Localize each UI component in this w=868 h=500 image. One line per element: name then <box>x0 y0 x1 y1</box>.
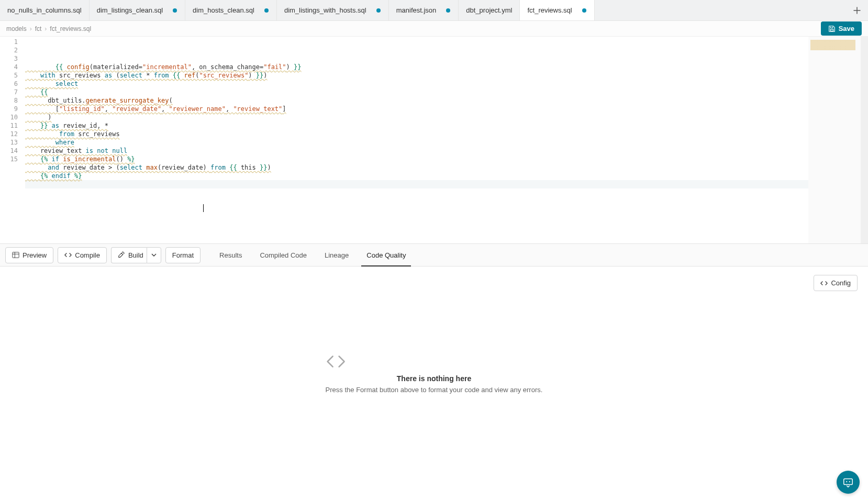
text-cursor <box>203 204 204 212</box>
tab-modified-icon[interactable] <box>376 8 381 13</box>
minimap[interactable] <box>808 37 861 243</box>
chat-icon <box>842 476 854 488</box>
svg-rect-1 <box>844 479 853 485</box>
tab-label: dim_hosts_clean.sql <box>193 6 254 14</box>
minimap-region <box>810 40 855 50</box>
tab-file[interactable]: dim_listings_clean.sql <box>90 0 185 20</box>
table-icon <box>12 251 19 259</box>
code-icon <box>820 280 828 287</box>
chevron-down-icon <box>151 252 157 258</box>
code-brackets-icon <box>326 354 543 369</box>
code-line[interactable]: review_text is not null <box>25 147 808 155</box>
svg-rect-0 <box>13 252 19 258</box>
code-line[interactable]: where <box>25 138 808 147</box>
hammer-icon <box>118 251 125 259</box>
code-line[interactable]: from src_reviews <box>25 130 808 138</box>
tab-file-active[interactable]: fct_reviews.sql <box>520 0 594 20</box>
tabs-bar: no_nulls_in_columns.sql dim_listings_cle… <box>0 0 868 21</box>
tab-lineage[interactable]: Lineage <box>322 244 351 266</box>
format-label: Format <box>172 251 194 259</box>
vertical-scrollbar[interactable] <box>861 37 868 243</box>
tab-label: manifest.json <box>396 6 437 14</box>
compile-button[interactable]: Compile <box>58 247 107 263</box>
new-tab-button[interactable] <box>846 0 868 20</box>
empty-subtitle: Press the Format button above to format … <box>326 386 543 394</box>
tab-modified-icon[interactable] <box>582 8 587 13</box>
breadcrumb-segment[interactable]: models <box>6 25 27 32</box>
save-label: Save <box>839 25 854 32</box>
chevron-right-icon: › <box>30 25 32 32</box>
preview-label: Preview <box>23 251 47 259</box>
code-line[interactable]: }} as review_id, * <box>25 121 808 130</box>
code-line[interactable]: ["listing_id", "review_date", "reviewer_… <box>25 105 808 113</box>
code-line[interactable]: {% endif %} <box>25 172 808 180</box>
tab-results[interactable]: Results <box>217 244 244 266</box>
svg-point-2 <box>846 481 847 482</box>
build-label: Build <box>128 251 143 259</box>
breadcrumb-row: models › fct › fct_reviews.sql Save <box>0 21 868 37</box>
tab-label: dbt_project.yml <box>466 6 512 14</box>
tab-label: fct_reviews.sql <box>527 6 572 14</box>
tab-label: dim_listings_clean.sql <box>97 6 163 14</box>
line-gutter: 1 2 3 4 5 6 7 8 9 10 11 12 13 14 15 <box>0 37 25 243</box>
code-line[interactable]: {{ <box>25 88 808 96</box>
code-line[interactable]: dbt_utils.generate_surrogate_key( <box>25 96 808 105</box>
tab-code-quality[interactable]: Code Quality <box>364 244 408 266</box>
code-line[interactable] <box>25 180 808 188</box>
chat-fab[interactable] <box>837 471 860 494</box>
action-toolbar: Preview Compile Build Format Results Com… <box>0 243 868 266</box>
code-line[interactable]: select <box>25 80 808 88</box>
empty-state: There is nothing here Press the Format b… <box>326 354 543 394</box>
tab-file[interactable]: dim_listings_with_hosts.sql <box>277 0 389 20</box>
tab-modified-icon[interactable] <box>264 8 269 13</box>
tab-compiled-code[interactable]: Compiled Code <box>258 244 309 266</box>
empty-title: There is nothing here <box>326 374 543 383</box>
tab-modified-icon[interactable] <box>446 8 451 13</box>
build-button[interactable]: Build <box>111 247 147 263</box>
chevron-right-icon: › <box>44 25 47 32</box>
code-line[interactable]: {{ config(materialized="incremental", on… <box>25 63 808 71</box>
result-tabs: Results Compiled Code Lineage Code Quali… <box>217 244 408 266</box>
code-editor[interactable]: 1 2 3 4 5 6 7 8 9 10 11 12 13 14 15 {{ c… <box>0 37 868 243</box>
config-label: Config <box>831 279 851 287</box>
results-panel: Config There is nothing here Press the F… <box>0 266 868 500</box>
code-area[interactable]: {{ config(materialized="incremental", on… <box>25 37 808 243</box>
save-icon <box>828 25 836 32</box>
config-button[interactable]: Config <box>814 275 858 291</box>
tab-label: dim_listings_with_hosts.sql <box>284 6 366 14</box>
tab-file[interactable]: no_nulls_in_columns.sql <box>0 0 90 20</box>
tab-file[interactable]: dbt_project.yml <box>459 0 520 20</box>
code-line[interactable]: ) <box>25 113 808 121</box>
breadcrumb-segment[interactable]: fct_reviews.sql <box>50 25 91 32</box>
code-line[interactable]: and review_date > (select max(review_dat… <box>25 163 808 172</box>
breadcrumb: models › fct › fct_reviews.sql <box>6 25 91 32</box>
preview-button[interactable]: Preview <box>5 247 53 263</box>
breadcrumb-segment[interactable]: fct <box>35 25 42 32</box>
tab-file[interactable]: manifest.json <box>389 0 459 20</box>
svg-point-3 <box>849 481 850 482</box>
code-line[interactable]: {% if is_incremental() %} <box>25 155 808 163</box>
code-icon <box>64 251 72 259</box>
tab-file[interactable]: dim_hosts_clean.sql <box>185 0 277 20</box>
code-line[interactable]: with src_reviews as (select * from {{ re… <box>25 71 808 80</box>
tab-modified-icon[interactable] <box>172 8 177 13</box>
format-button[interactable]: Format <box>165 247 201 263</box>
build-dropdown[interactable] <box>147 247 161 263</box>
save-button[interactable]: Save <box>821 21 862 36</box>
compile-label: Compile <box>75 251 100 259</box>
tab-label: no_nulls_in_columns.sql <box>7 6 82 14</box>
